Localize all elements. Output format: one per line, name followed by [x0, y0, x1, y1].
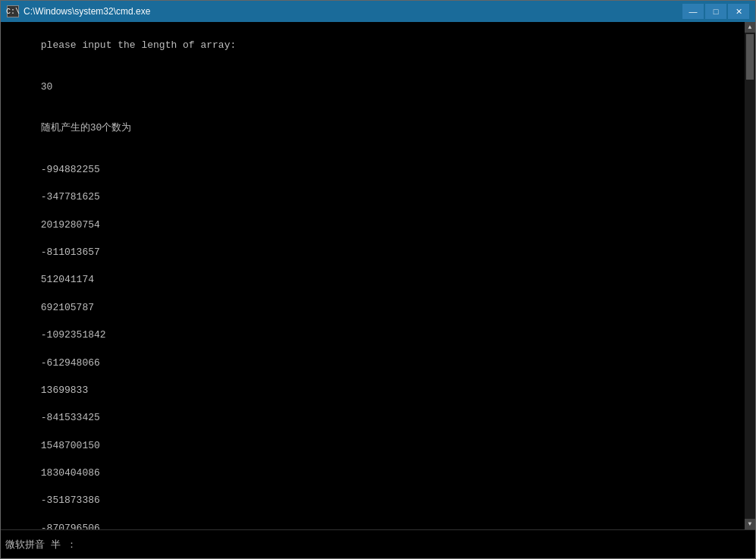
minimize-button[interactable]: —: [682, 4, 704, 19]
number-line-2: -347781625: [41, 191, 100, 203]
scrollbar[interactable]: ▲ ▼: [745, 22, 755, 529]
title-bar-left: C:\ C:\Windows\system32\cmd.exe: [7, 5, 150, 17]
number-line-6: 692105787: [41, 302, 94, 313]
window-icon: C:\: [7, 5, 19, 17]
number-line-5: 512041174: [41, 274, 94, 285]
window-controls: — □ ✕: [682, 4, 749, 19]
number-line-10: -841533425: [41, 412, 100, 423]
number-line-13: -351873386: [41, 495, 100, 506]
maximize-button[interactable]: □: [705, 4, 726, 19]
number-line-4: -811013657: [41, 247, 100, 258]
number-line-3: 2019280754: [41, 219, 100, 231]
scroll-down-button[interactable]: ▼: [745, 519, 755, 529]
cmd-window: C:\ C:\Windows\system32\cmd.exe — □ ✕ pl…: [0, 0, 756, 559]
number-line-11: 1548700150: [41, 440, 100, 451]
number-line-7: -1092351842: [41, 329, 106, 341]
number-line-8: -612948066: [41, 357, 100, 369]
title-bar: C:\ C:\Windows\system32\cmd.exe — □ ✕: [1, 1, 755, 22]
number-line-12: 1830404086: [41, 467, 100, 479]
number-line-9: 13699833: [41, 385, 88, 396]
icon-label: C:\: [6, 8, 20, 16]
scroll-thumb[interactable]: [746, 34, 754, 80]
scroll-track: [745, 33, 755, 519]
scroll-up-button[interactable]: ▲: [745, 22, 755, 33]
ime-bar: 微软拼音 半 ：: [1, 529, 755, 558]
number-line-1: -994882255: [41, 164, 100, 175]
number-line-14: -870796506: [41, 523, 100, 529]
header-line: 随机产生的30个数为: [41, 122, 132, 133]
input-value: 30: [41, 81, 53, 93]
prompt-line: please input the length of array:: [41, 39, 236, 51]
ime-status: 微软拼音 半 ：: [5, 538, 77, 551]
close-button[interactable]: ✕: [728, 4, 749, 19]
console-body: please input the length of array: 30 随机产…: [1, 22, 755, 529]
console-output: please input the length of array: 30 随机产…: [5, 25, 751, 529]
window-title: C:\Windows\system32\cmd.exe: [24, 6, 150, 17]
